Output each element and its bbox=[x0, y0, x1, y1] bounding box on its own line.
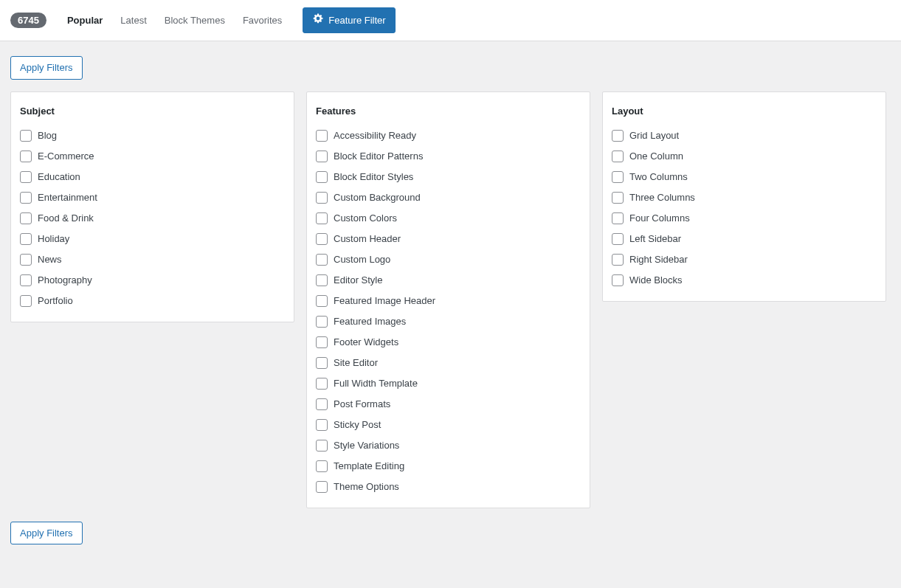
filter-option[interactable]: E-Commerce bbox=[20, 151, 285, 162]
tab-favorites[interactable]: Favorites bbox=[237, 10, 288, 30]
checkbox[interactable] bbox=[316, 254, 328, 266]
feature-filter-button[interactable]: Feature Filter bbox=[303, 7, 395, 33]
filter-option[interactable]: Custom Background bbox=[316, 192, 581, 204]
checkbox[interactable] bbox=[20, 192, 32, 204]
checkbox[interactable] bbox=[316, 481, 328, 493]
checkbox[interactable] bbox=[612, 212, 624, 224]
filter-option-label: Custom Background bbox=[334, 192, 421, 203]
tab-latest[interactable]: Latest bbox=[114, 10, 152, 30]
filter-option-label: Wide Blocks bbox=[629, 274, 683, 286]
filter-option-label: Site Editor bbox=[334, 357, 378, 368]
checkbox[interactable] bbox=[612, 274, 624, 286]
filter-option-label: Four Columns bbox=[629, 212, 690, 224]
filter-option-label: Style Variations bbox=[334, 440, 399, 451]
filter-option[interactable]: Food & Drink bbox=[20, 212, 285, 224]
checkbox[interactable] bbox=[20, 151, 32, 162]
filter-option[interactable]: Custom Logo bbox=[316, 254, 581, 266]
filter-option[interactable]: Photography bbox=[20, 274, 285, 286]
checkbox[interactable] bbox=[20, 274, 32, 286]
filter-option[interactable]: Footer Widgets bbox=[316, 336, 581, 348]
filter-option[interactable]: Site Editor bbox=[316, 357, 581, 369]
checkbox[interactable] bbox=[316, 398, 328, 410]
checkbox[interactable] bbox=[20, 130, 32, 142]
apply-filters-button-bottom[interactable]: Apply Filters bbox=[10, 522, 83, 545]
filter-option[interactable]: Three Columns bbox=[612, 192, 877, 204]
checkbox[interactable] bbox=[316, 212, 328, 224]
checkbox[interactable] bbox=[316, 233, 328, 245]
filter-option[interactable]: Template Editing bbox=[316, 460, 581, 472]
checkbox[interactable] bbox=[316, 274, 328, 286]
filter-tab-bar: 6745 Popular Latest Block Themes Favorit… bbox=[0, 0, 901, 41]
feature-filter-button-label: Feature Filter bbox=[328, 14, 385, 27]
checkbox[interactable] bbox=[20, 212, 32, 224]
checkbox[interactable] bbox=[316, 440, 328, 452]
checkbox[interactable] bbox=[612, 171, 624, 183]
filter-option[interactable]: Left Sidebar bbox=[612, 233, 877, 245]
checkbox[interactable] bbox=[316, 419, 328, 431]
checkbox[interactable] bbox=[316, 151, 328, 162]
filter-group-features: Features Accessibility Ready Block Edito… bbox=[306, 91, 590, 508]
filter-option-label: Theme Options bbox=[334, 481, 399, 492]
filter-option[interactable]: Full Width Template bbox=[316, 378, 581, 390]
checkbox[interactable] bbox=[316, 460, 328, 472]
filter-option[interactable]: Grid Layout bbox=[612, 130, 877, 142]
tab-popular[interactable]: Popular bbox=[61, 10, 108, 30]
filter-group-layout: Layout Grid Layout One Column Two Column… bbox=[602, 91, 886, 302]
apply-filters-button-top[interactable]: Apply Filters bbox=[10, 56, 83, 80]
filter-option-label: Portfolio bbox=[38, 295, 73, 306]
filter-option-label: Entertainment bbox=[38, 192, 97, 203]
filter-option[interactable]: Post Formats bbox=[316, 398, 581, 410]
filter-group-subject: Subject Blog E-Commerce Education Entert… bbox=[10, 91, 294, 322]
filter-option-label: Holiday bbox=[38, 233, 69, 244]
filter-option[interactable]: Featured Images bbox=[316, 316, 581, 328]
filter-option[interactable]: Block Editor Styles bbox=[316, 171, 581, 183]
filter-option[interactable]: Two Columns bbox=[612, 171, 877, 183]
checkbox[interactable] bbox=[316, 130, 328, 142]
filter-option-label: Grid Layout bbox=[629, 130, 679, 141]
checkbox[interactable] bbox=[316, 336, 328, 348]
filter-option-label: Accessibility Ready bbox=[334, 130, 416, 141]
filter-option[interactable]: Block Editor Patterns bbox=[316, 151, 581, 162]
checkbox[interactable] bbox=[316, 192, 328, 204]
checkbox[interactable] bbox=[316, 316, 328, 328]
tab-block-themes[interactable]: Block Themes bbox=[159, 10, 231, 30]
checkbox[interactable] bbox=[316, 295, 328, 307]
filter-option[interactable]: One Column bbox=[612, 151, 877, 162]
filter-option[interactable]: Sticky Post bbox=[316, 419, 581, 431]
filter-option[interactable]: Style Variations bbox=[316, 440, 581, 452]
filter-option[interactable]: Theme Options bbox=[316, 481, 581, 493]
checkbox[interactable] bbox=[612, 233, 624, 245]
filter-option[interactable]: Wide Blocks bbox=[612, 274, 877, 286]
checkbox[interactable] bbox=[20, 171, 32, 183]
checkbox[interactable] bbox=[316, 171, 328, 183]
filter-option[interactable]: News bbox=[20, 254, 285, 266]
filter-option-label: Two Columns bbox=[629, 171, 688, 182]
filter-option[interactable]: Education bbox=[20, 171, 285, 183]
checkbox[interactable] bbox=[612, 192, 624, 204]
filter-option[interactable]: Accessibility Ready bbox=[316, 130, 581, 142]
filter-option-label: Custom Colors bbox=[334, 212, 397, 224]
checkbox[interactable] bbox=[612, 130, 624, 142]
filter-option-label: Template Editing bbox=[334, 460, 404, 471]
filter-option[interactable]: Editor Style bbox=[316, 274, 581, 286]
filter-columns: Subject Blog E-Commerce Education Entert… bbox=[10, 91, 891, 508]
checkbox[interactable] bbox=[20, 233, 32, 245]
checkbox[interactable] bbox=[316, 357, 328, 369]
checkbox[interactable] bbox=[20, 295, 32, 307]
filter-option[interactable]: Holiday bbox=[20, 233, 285, 245]
filter-option[interactable]: Custom Header bbox=[316, 233, 581, 245]
filter-option-label: One Column bbox=[629, 151, 683, 162]
filter-option[interactable]: Portfolio bbox=[20, 295, 285, 307]
checkbox[interactable] bbox=[20, 254, 32, 266]
filter-option-label: Food & Drink bbox=[38, 212, 94, 224]
filter-option[interactable]: Custom Colors bbox=[316, 212, 581, 224]
filter-option[interactable]: Entertainment bbox=[20, 192, 285, 204]
filter-option[interactable]: Right Sidebar bbox=[612, 254, 877, 266]
filter-option[interactable]: Blog bbox=[20, 130, 285, 142]
filter-option[interactable]: Featured Image Header bbox=[316, 295, 581, 307]
checkbox[interactable] bbox=[612, 151, 624, 162]
filter-option[interactable]: Four Columns bbox=[612, 212, 877, 224]
filter-option-label: Featured Images bbox=[334, 316, 406, 327]
checkbox[interactable] bbox=[612, 254, 624, 266]
checkbox[interactable] bbox=[316, 378, 328, 390]
